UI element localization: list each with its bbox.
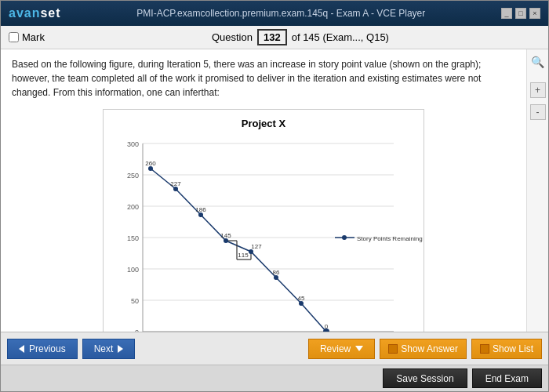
review-label: Review <box>320 343 351 354</box>
question-total: of 145 (Exam..., Q15) <box>292 31 389 43</box>
title-bar: avanset PMI-ACP.examcollection.premium.e… <box>1 1 548 26</box>
chart-svg: 300 250 200 150 100 50 0 Iteration 1 Ite… <box>111 136 417 332</box>
show-list-label: Show List <box>493 343 533 354</box>
next-label: Next <box>94 343 114 354</box>
next-icon <box>118 345 123 353</box>
zoom-out-button[interactable]: - <box>530 104 546 120</box>
toolbar: Mark Question 132 of 145 (Exam..., Q15) <box>1 26 548 49</box>
svg-text:250: 250 <box>127 172 139 180</box>
end-exam-button[interactable]: End Exam <box>472 368 542 388</box>
svg-text:45: 45 <box>298 295 305 302</box>
window-title: PMI-ACP.examcollection.premium.exam.145q… <box>136 8 425 19</box>
minimize-button[interactable]: _ <box>501 8 512 19</box>
mark-label: Mark <box>22 31 45 43</box>
show-answer-label: Show Answer <box>401 343 458 354</box>
svg-text:260: 260 <box>145 160 156 167</box>
title-bar-left: avanset <box>9 6 61 20</box>
show-list-icon <box>480 344 489 354</box>
session-controls: Save Session End Exam <box>1 365 548 391</box>
mark-checkbox[interactable]: Mark <box>9 31 45 43</box>
svg-point-58 <box>342 235 347 240</box>
show-list-button[interactable]: Show List <box>471 339 542 359</box>
bottom-navigation: Previous Next Review Show Answer Show Li… <box>1 332 548 365</box>
previous-button[interactable]: Previous <box>7 339 78 359</box>
review-dropdown-icon <box>355 346 363 351</box>
question-label: Question <box>212 31 253 43</box>
zoom-in-button[interactable]: + <box>530 82 546 98</box>
main-window: avanset PMI-ACP.examcollection.premium.e… <box>0 0 549 392</box>
svg-text:127: 127 <box>251 243 262 250</box>
window-controls: _ □ × <box>501 8 540 19</box>
mark-input[interactable] <box>9 32 19 42</box>
svg-text:50: 50 <box>131 297 139 305</box>
chart-container: Project X <box>103 109 424 332</box>
svg-text:145: 145 <box>220 232 231 239</box>
question-text: Based on the following figure, during It… <box>12 57 515 100</box>
search-icon[interactable]: 🔍 <box>531 56 544 68</box>
chart-title: Project X <box>111 118 416 129</box>
right-sidebar: 🔍 + - <box>526 49 548 332</box>
question-info: Question 132 of 145 (Exam..., Q15) <box>212 29 389 45</box>
previous-label: Previous <box>29 343 66 354</box>
svg-text:100: 100 <box>127 266 139 274</box>
close-button[interactable]: × <box>529 8 540 19</box>
prev-icon <box>19 345 24 353</box>
svg-text:Story Points Remaining: Story Points Remaining <box>357 235 423 242</box>
logo: avanset <box>9 6 61 20</box>
svg-text:0: 0 <box>325 323 329 330</box>
question-number: 132 <box>257 29 287 45</box>
save-session-button[interactable]: Save Session <box>383 368 467 388</box>
save-session-label: Save Session <box>396 373 453 384</box>
show-answer-button[interactable]: Show Answer <box>380 339 467 359</box>
svg-text:150: 150 <box>127 234 139 242</box>
svg-text:300: 300 <box>127 140 139 148</box>
svg-text:227: 227 <box>170 180 181 187</box>
review-button[interactable]: Review <box>308 339 375 359</box>
next-button[interactable]: Next <box>82 339 136 359</box>
svg-text:186: 186 <box>195 206 206 213</box>
question-area: Based on the following figure, during It… <box>1 49 526 332</box>
svg-text:86: 86 <box>273 269 280 276</box>
svg-text:200: 200 <box>127 203 139 211</box>
main-content: Based on the following figure, during It… <box>1 49 548 332</box>
end-exam-label: End Exam <box>485 373 529 384</box>
maximize-button[interactable]: □ <box>515 8 526 19</box>
show-answer-icon <box>388 344 398 354</box>
svg-text:115: 115 <box>238 252 249 259</box>
